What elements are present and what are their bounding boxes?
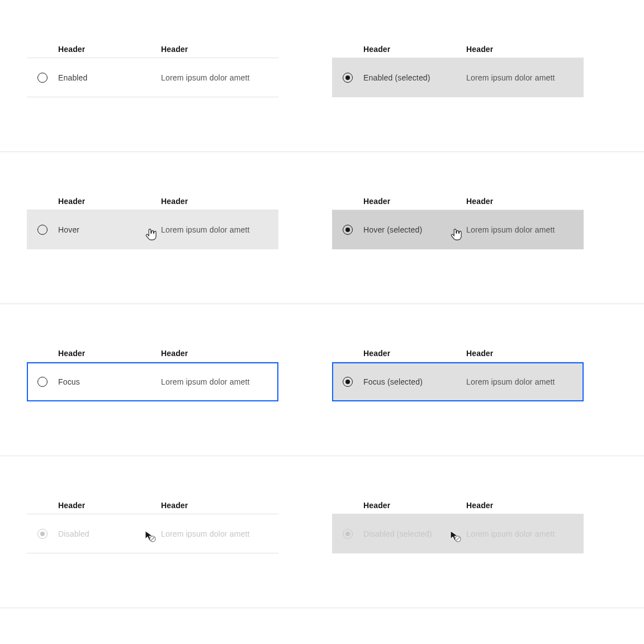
row-state-label: Enabled (selected) xyxy=(363,73,466,82)
table-row-enabled-selected[interactable]: Enabled (selected) Lorem ipsum dolor ame… xyxy=(332,58,584,97)
row-state-label: Focus xyxy=(58,377,161,386)
table-header-row: Header Header xyxy=(27,496,278,514)
row-state-label: Hover (selected) xyxy=(363,225,466,234)
radio-unchecked-icon[interactable] xyxy=(37,377,48,387)
column-header-1: Header xyxy=(363,501,466,510)
table-header-row: Header Header xyxy=(27,192,278,210)
row-description: Lorem ipsum dolor amett xyxy=(466,73,584,82)
row-state-label: Hover xyxy=(58,225,161,234)
table-row-focus-selected[interactable]: Focus (selected) Lorem ipsum dolor amett xyxy=(332,362,584,401)
radio-disabled-checked-icon xyxy=(343,529,353,539)
row-description: Lorem ipsum dolor amett xyxy=(161,377,278,386)
column-header-2: Header xyxy=(466,45,584,54)
column-header-2: Header xyxy=(466,197,584,206)
column-header-2: Header xyxy=(161,349,278,358)
table-disabled: Header Header Disabled Lorem ipsum dolor… xyxy=(27,496,278,553)
column-header-1: Header xyxy=(58,501,161,510)
row-description: Lorem ipsum dolor amett xyxy=(161,529,278,538)
row-state-label: Disabled xyxy=(58,529,161,538)
column-header-2: Header xyxy=(466,501,584,510)
row-description: Lorem ipsum dolor amett xyxy=(466,225,584,234)
column-header-1: Header xyxy=(363,197,466,206)
table-header-row: Header Header xyxy=(27,344,278,362)
radio-checked-icon[interactable] xyxy=(343,73,353,83)
row-description: Lorem ipsum dolor amett xyxy=(161,225,278,234)
table-hover: Header Header Hover Lorem ipsum dolor am… xyxy=(27,192,278,249)
column-header-2: Header xyxy=(161,501,278,510)
column-header-1: Header xyxy=(363,45,466,54)
table-row-hover[interactable]: Hover Lorem ipsum dolor amett xyxy=(27,210,278,249)
radio-unchecked-icon[interactable] xyxy=(37,225,48,235)
column-header-2: Header xyxy=(161,197,278,206)
table-enabled-selected: Header Header Enabled (selected) Lorem i… xyxy=(332,40,584,97)
table-disabled-selected: Header Header Disabled (selected) Lorem … xyxy=(332,496,584,553)
table-header-row: Header Header xyxy=(332,344,584,362)
section-hover: Header Header Hover Lorem ipsum dolor am… xyxy=(0,152,644,304)
row-description: Lorem ipsum dolor amett xyxy=(466,377,584,386)
row-state-label: Focus (selected) xyxy=(363,377,466,386)
table-header-row: Header Header xyxy=(27,40,278,58)
column-header-2: Header xyxy=(466,349,584,358)
radio-checked-icon[interactable] xyxy=(343,225,353,235)
row-state-label: Enabled xyxy=(58,73,161,82)
column-header-1: Header xyxy=(58,349,161,358)
table-row-focus[interactable]: Focus Lorem ipsum dolor amett xyxy=(27,362,278,401)
column-header-2: Header xyxy=(161,45,278,54)
column-header-1: Header xyxy=(58,45,161,54)
table-hover-selected: Header Header Hover (selected) Lorem ips… xyxy=(332,192,584,249)
table-row-hover-selected[interactable]: Hover (selected) Lorem ipsum dolor amett xyxy=(332,210,584,249)
column-header-1: Header xyxy=(58,197,161,206)
table-focus: Header Header Focus Lorem ipsum dolor am… xyxy=(27,344,278,401)
table-header-row: Header Header xyxy=(332,496,584,514)
radio-unchecked-icon[interactable] xyxy=(37,73,48,83)
column-header-1: Header xyxy=(363,349,466,358)
table-header-row: Header Header xyxy=(332,40,584,58)
table-header-row: Header Header xyxy=(332,192,584,210)
section-enabled: Header Header Enabled Lorem ipsum dolor … xyxy=(0,0,644,152)
row-description: Lorem ipsum dolor amett xyxy=(161,73,278,82)
table-enabled: Header Header Enabled Lorem ipsum dolor … xyxy=(27,40,278,97)
table-focus-selected: Header Header Focus (selected) Lorem ips… xyxy=(332,344,584,401)
radio-checked-icon[interactable] xyxy=(343,377,353,387)
section-disabled: Header Header Disabled Lorem ipsum dolor… xyxy=(0,456,644,608)
table-row-enabled[interactable]: Enabled Lorem ipsum dolor amett xyxy=(27,58,278,97)
radio-disabled-checked-icon xyxy=(37,529,48,539)
section-focus: Header Header Focus Lorem ipsum dolor am… xyxy=(0,304,644,456)
table-row-disabled: Disabled Lorem ipsum dolor amett xyxy=(27,514,278,553)
row-description: Lorem ipsum dolor amett xyxy=(466,529,584,538)
row-state-label: Disabled (selected) xyxy=(363,529,466,538)
table-row-disabled-selected: Disabled (selected) Lorem ipsum dolor am… xyxy=(332,514,584,553)
